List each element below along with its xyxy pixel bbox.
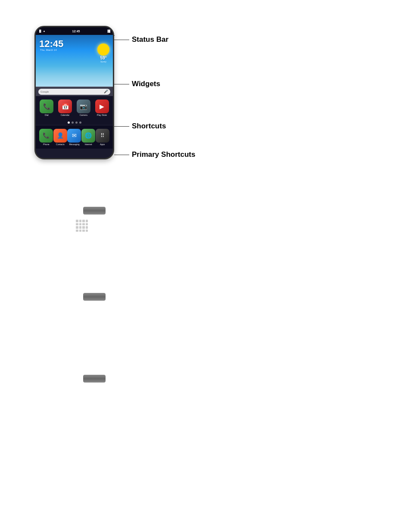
dock-label-contacts: Contacts xyxy=(56,143,65,146)
phone-dock: 📞 Phone 👤 Contacts ✉ Messaging 🌐 xyxy=(36,125,113,149)
dot-3 xyxy=(75,121,78,124)
dot-1 xyxy=(68,121,70,124)
grid-cell-13 xyxy=(76,230,78,232)
primary-shortcuts-label: Primary Shortcuts xyxy=(132,150,195,159)
dock-phone-icon: 📞 xyxy=(43,132,50,139)
grid-cell-5 xyxy=(76,223,78,226)
app-shortcut-calendar: 📅 Calendar xyxy=(58,100,72,116)
shortcuts-annotation: Shortcuts xyxy=(114,122,166,131)
grid-cell-7 xyxy=(82,223,85,226)
dock-messaging: ✉ Messaging xyxy=(67,129,81,146)
dock-apps: ⠿ Apps xyxy=(96,129,109,146)
dock-icon-contacts: 👤 xyxy=(53,129,67,143)
camera-icon: 📷 xyxy=(80,103,87,110)
primary-shortcuts-annotation: Primary Shortcuts xyxy=(114,150,195,159)
dock-label-apps: Apps xyxy=(100,143,105,146)
hardware-button-2 xyxy=(83,293,106,302)
grid-icon-shape xyxy=(76,220,88,232)
dock-internet: 🌐 Internet xyxy=(81,129,95,146)
shortcuts-line-h xyxy=(114,126,129,127)
grid-cell-3 xyxy=(82,220,85,222)
hardware-button-1 xyxy=(83,207,106,216)
dial-icon: 📞 xyxy=(43,103,50,110)
dock-messaging-icon: ✉ xyxy=(72,132,77,139)
app-icon-dial: 📞 xyxy=(40,100,53,113)
status-time: 12:45 xyxy=(72,30,80,33)
search-bar-inner: Google 🎤 xyxy=(38,89,110,95)
widgets-line-h xyxy=(114,84,129,84)
signal-icon: ▐▌ xyxy=(38,30,42,32)
phone-clock: 12:45 xyxy=(39,38,63,50)
dot-4 xyxy=(79,121,81,124)
app-label-calendar: Calendar xyxy=(61,114,69,116)
calendar-icon: 📅 xyxy=(62,103,69,110)
phone-shortcuts-row: 📞 Dial 📅 Calendar 📷 Camera ▶ P xyxy=(36,96,113,120)
weather-sun-icon xyxy=(97,44,109,56)
dock-contacts: 👤 Contacts xyxy=(53,129,67,146)
play-icon: ▶ xyxy=(100,103,104,110)
grid-cell-6 xyxy=(79,223,82,226)
grid-icon-container xyxy=(76,220,88,232)
hw-button-shape-3 xyxy=(83,375,106,383)
app-shortcut-camera: 📷 Camera xyxy=(77,100,90,116)
grid-cell-15 xyxy=(82,230,85,232)
dock-contacts-icon: 👤 xyxy=(57,132,64,139)
phone-search-bar: Google 🎤 xyxy=(36,87,113,96)
widgets-label: Widgets xyxy=(132,80,160,88)
hardware-button-3 xyxy=(83,375,106,384)
grid-cell-8 xyxy=(86,223,88,226)
app-shortcut-dial: 📞 Dial xyxy=(40,100,53,116)
battery-icon: ▐█ xyxy=(106,30,110,32)
dock-internet-icon: 🌐 xyxy=(85,132,92,139)
dock-apps-icon: ⠿ xyxy=(100,132,105,139)
app-label-play: Play Store xyxy=(97,114,107,116)
status-bar-dot xyxy=(114,35,115,36)
phone-page-dots xyxy=(36,120,113,125)
weather-temperature: 59° xyxy=(97,56,109,60)
weather-widget: 59° Sunny xyxy=(97,44,109,63)
app-label-dial: Dial xyxy=(45,114,49,116)
app-shortcut-play: ▶ Play Store xyxy=(95,100,109,116)
dock-icon-internet: 🌐 xyxy=(81,129,95,143)
phone-status-bar: ▐▌ ▲ 12:45 ▐█ xyxy=(36,27,113,35)
phone-wallpaper: 12:45 Thu, March 14 59° Sunny xyxy=(36,35,113,87)
phone-frame: ▐▌ ▲ 12:45 ▐█ 12:45 Thu, March 14 59° Su… xyxy=(34,26,114,159)
search-text: Google xyxy=(40,90,49,93)
app-label-camera: Camera xyxy=(80,114,87,116)
phone-diagram: ▐▌ ▲ 12:45 ▐█ 12:45 Thu, March 14 59° Su… xyxy=(34,26,114,159)
dot-2 xyxy=(72,121,74,124)
shortcuts-label: Shortcuts xyxy=(132,122,166,131)
weather-label: Sunny xyxy=(97,60,109,63)
dock-label-messaging: Messaging xyxy=(69,143,79,146)
grid-cell-11 xyxy=(82,226,85,229)
dock-label-phone: Phone xyxy=(43,143,49,146)
wifi-icon: ▲ xyxy=(43,30,46,32)
dock-icon-phone: 📞 xyxy=(39,129,53,143)
status-bar-label: Status Bar xyxy=(132,35,168,44)
app-icon-play: ▶ xyxy=(95,100,109,113)
status-icons-right: ▐█ xyxy=(106,30,110,32)
hw-button-shape-2 xyxy=(83,293,106,301)
phone-date: Thu, March 14 xyxy=(40,49,57,51)
grid-cell-9 xyxy=(76,226,78,229)
search-mic-icon: 🎤 xyxy=(104,90,108,93)
status-bar-annotation: Status Bar xyxy=(114,35,168,44)
grid-cell-4 xyxy=(86,220,88,222)
widgets-annotation: Widgets xyxy=(114,80,160,88)
dock-icon-apps: ⠿ xyxy=(96,129,109,143)
grid-cell-10 xyxy=(79,226,82,229)
grid-cell-14 xyxy=(79,230,82,232)
app-icon-camera: 📷 xyxy=(77,100,90,113)
app-icon-calendar: 📅 xyxy=(58,100,72,113)
primary-shortcuts-line-h xyxy=(114,155,129,155)
grid-cell-16 xyxy=(86,230,88,232)
dock-label-internet: Internet xyxy=(85,143,92,146)
dock-icon-messaging: ✉ xyxy=(67,129,81,143)
grid-cell-1 xyxy=(76,220,78,222)
status-bar-line-h xyxy=(114,40,129,40)
status-icons-left: ▐▌ ▲ xyxy=(38,30,45,32)
grid-cell-12 xyxy=(86,226,88,229)
dock-phone: 📞 Phone xyxy=(39,129,53,146)
grid-cell-2 xyxy=(79,220,82,222)
hw-button-shape-1 xyxy=(83,207,106,215)
